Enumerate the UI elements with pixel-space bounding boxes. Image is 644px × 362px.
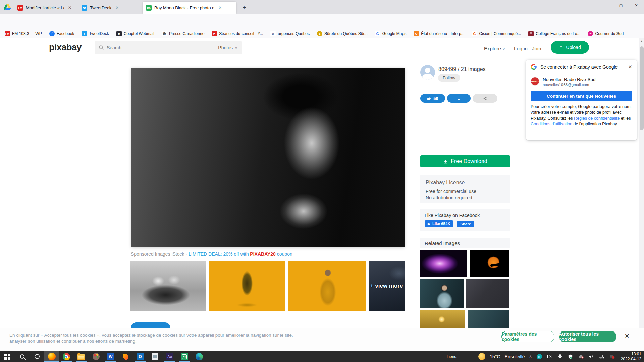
taskbar-chrome[interactable] — [59, 351, 74, 362]
pixabay-license-link[interactable]: Pixabay License — [426, 180, 505, 186]
bookmark-item[interactable]: ◆Cooptel Webmail — [116, 31, 154, 36]
sponsored-thumb-car[interactable] — [130, 261, 206, 311]
bookmark-favicon: t — [82, 31, 87, 36]
close-button[interactable]: ✕ — [629, 0, 644, 11]
taskbar-clock[interactable]: 13:01 2022-04-12 — [620, 352, 641, 362]
search-box[interactable]: Photos ∨ — [95, 41, 241, 54]
bookmark-item[interactable]: ⛨Collège Français de Lo... — [528, 31, 580, 36]
taskbar-outlook[interactable]: O — [133, 351, 148, 362]
taskbar-flame-app[interactable] — [118, 351, 133, 362]
taskbar-audition[interactable]: Au — [162, 351, 177, 362]
update-badge-tray-icon[interactable]: 1 — [609, 354, 615, 360]
tab-pixabay-active[interactable]: px Boy Mono Black - Free photo o ✕ — [143, 2, 236, 14]
taskbar-firefox[interactable] — [44, 351, 59, 362]
terms-link[interactable]: Conditions d'utilisation — [531, 122, 572, 126]
tab-close-icon[interactable]: ✕ — [114, 5, 120, 11]
taskbar-file-explorer[interactable] — [74, 351, 89, 362]
links-toolbar-label[interactable]: Liens — [447, 354, 457, 359]
privacy-policy-link[interactable]: Règles de confidentialité — [574, 116, 620, 121]
page-scrollbar[interactable]: ▲ ▼ — [639, 38, 644, 351]
bookmark-item[interactable]: ⊕Presse Canadienne — [162, 31, 204, 36]
related-thumb-chalkboard[interactable] — [466, 279, 509, 308]
login-link[interactable]: Log in — [514, 46, 528, 51]
sponsored-caption[interactable]: Sponsored Images iStock - LIMITED DEAL: … — [131, 251, 292, 257]
firefox-icon — [48, 353, 56, 360]
weather-condition[interactable]: Ensoleillé — [505, 354, 525, 359]
taskbar-search-button[interactable] — [15, 351, 30, 362]
maximize-button[interactable]: ▢ — [613, 0, 629, 11]
screen-cast-tray-icon[interactable] — [547, 354, 553, 360]
taskbar-edge[interactable] — [192, 351, 207, 362]
google-drive-icon[interactable] — [3, 3, 11, 11]
volume-tray-icon[interactable] — [588, 354, 594, 360]
eset-tray-icon[interactable]: e — [536, 354, 542, 360]
cortana-button[interactable] — [30, 351, 44, 362]
new-tab-button[interactable]: ＋ — [240, 3, 249, 12]
bookmark-item[interactable]: CCision | Communiqué... — [472, 31, 521, 36]
network-tray-icon[interactable] — [599, 354, 605, 360]
related-thumb-nebula[interactable] — [420, 250, 467, 277]
cookie-settings-button[interactable]: Paramètres des cookies — [501, 331, 554, 342]
taskbar-notepad[interactable] — [148, 351, 162, 362]
bookmark-item[interactable]: tTweetDeck — [82, 31, 109, 36]
clock-time: 13:01 — [621, 352, 641, 357]
bookmark-item[interactable]: leCourrier du Sud — [588, 31, 624, 36]
free-download-button[interactable]: Free Download — [420, 155, 510, 167]
cookie-consent-bar: En cliquant sur « Accepter tous les cook… — [0, 328, 644, 351]
follow-button[interactable]: Follow — [438, 74, 460, 82]
taskbar-word[interactable]: W — [103, 351, 118, 362]
pixabay-favicon: px — [146, 5, 152, 11]
browser-nav-bar: ← → ⟳ ⌂ https://pixabay.com/photos/boy-m… — [0, 14, 644, 29]
fb-share-button[interactable]: Share — [457, 221, 474, 227]
defender-tray-icon[interactable] — [568, 354, 574, 360]
scrollbar-thumb[interactable] — [640, 46, 644, 130]
microphone-tray-icon[interactable] — [557, 354, 563, 360]
pixabay-logo[interactable]: pixabay — [49, 42, 82, 53]
minimize-button[interactable]: — — [598, 0, 613, 11]
google-account-row[interactable]: FM103 Nouvelles Radio Rive-Sud nouvelles… — [526, 73, 637, 89]
related-thumb-teal-texture[interactable] — [468, 310, 509, 330]
popup-close-icon[interactable]: ✕ — [628, 64, 632, 70]
bookmark-item[interactable]: fFacebook — [49, 31, 74, 36]
sponsored-thumb-jumping-boy[interactable] — [209, 261, 285, 311]
onedrive-error-tray-icon[interactable] — [578, 354, 584, 360]
bookmark-item[interactable]: FMFM 103,3 — WP — [5, 31, 42, 36]
upload-button[interactable]: Upload — [551, 41, 589, 54]
tab-close-icon[interactable]: ✕ — [67, 5, 73, 11]
bookmark-button[interactable] — [447, 94, 471, 103]
continue-as-button[interactable]: Continuer en tant que Nouvelles — [531, 91, 632, 101]
join-link[interactable]: Join — [532, 46, 541, 51]
tab-close-icon[interactable]: ✕ — [217, 5, 223, 11]
weather-sun-icon[interactable] — [478, 353, 485, 360]
tab-tweetdeck[interactable]: TweetDeck ✕ — [78, 2, 139, 14]
bookmark-item[interactable]: ▶Séances du conseil - Y... — [212, 31, 263, 36]
related-thumb-toddler[interactable] — [420, 279, 464, 308]
tray-expand-icon[interactable]: ∧ — [529, 354, 532, 359]
related-thumb-golden-light[interactable] — [420, 310, 465, 330]
main-photo-boy-mono[interactable] — [131, 68, 405, 247]
bookmark-item[interactable]: QÉtat du réseau - Info-p... — [414, 31, 464, 36]
bookmark-item[interactable]: GGoogle Maps — [375, 31, 406, 36]
related-thumb-moon-cat[interactable] — [470, 250, 509, 277]
search-input[interactable] — [107, 45, 215, 50]
start-button[interactable] — [0, 351, 15, 362]
sponsored-view-more[interactable]: + view more — [369, 261, 405, 311]
media-type-select[interactable]: Photos ∨ — [218, 45, 237, 50]
weather-temperature[interactable]: 15°C — [490, 354, 500, 359]
sponsored-thumb-pointing-boy[interactable] — [288, 261, 366, 311]
scroll-up-icon[interactable]: ▲ — [639, 40, 644, 43]
taskbar-recorder-app[interactable]: ◄)) — [177, 351, 192, 362]
share-button[interactable] — [473, 94, 497, 103]
like-button[interactable]: 59 — [420, 94, 445, 103]
audition-icon: Au — [166, 353, 173, 360]
cookie-close-icon[interactable]: ✕ — [625, 333, 629, 340]
fb-like-button[interactable]: Like 654K — [425, 220, 453, 227]
cookie-accept-button[interactable]: Autoriser tous les cookies — [559, 331, 616, 342]
taskbar-paint-app[interactable] — [89, 351, 103, 362]
tab-wordpress[interactable]: FM Modifier l'article « La Montérég ✕ — [14, 2, 76, 14]
explore-menu[interactable]: Explore ∨ — [484, 46, 505, 51]
bookmark-favicon: ▶ — [212, 31, 217, 36]
bookmark-item[interactable]: SSûreté du Québec Sûr... — [317, 31, 368, 36]
uploader-avatar[interactable] — [420, 65, 435, 80]
bookmark-item[interactable]: ⌕urgences Québec — [270, 31, 310, 36]
